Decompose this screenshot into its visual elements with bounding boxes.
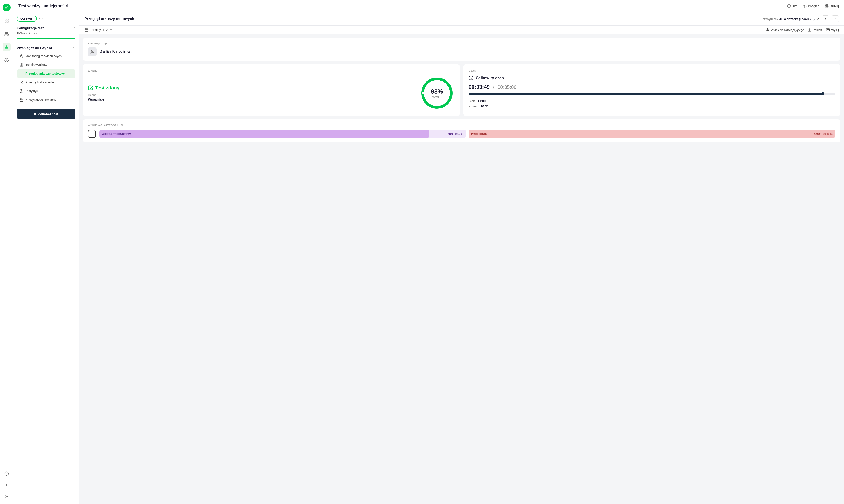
info-icon[interactable] <box>39 17 42 21</box>
app-logo[interactable] <box>3 3 11 12</box>
category-content-wiedza: WIEDZA PRODUKTOWA 90% 9/10 p. <box>99 132 466 136</box>
monitoring-icon <box>19 54 23 58</box>
check-square-icon <box>88 85 93 90</box>
time-start-row: Start 10:00 <box>469 99 835 103</box>
time-slash: / <box>493 84 495 90</box>
category-content-procedury: PROCEDURY 100% 10/10 p. <box>469 132 835 136</box>
start-value: 10:00 <box>478 99 486 103</box>
nav-item-odpowiedzi[interactable]: Przegląd odpowiedzi <box>17 78 75 87</box>
result-status: Test zdany <box>95 85 120 91</box>
result-inner: Test zdany Ocena Wspaniale <box>88 75 454 111</box>
nav-item-przeglad[interactable]: Przegląd arkuszy testowych <box>17 69 75 78</box>
download-label: Pobierz <box>813 28 823 32</box>
time-values: 00:33:49 / 00:35:00 <box>469 84 835 90</box>
category-right-wiedza: 90% 9/10 p. <box>448 132 463 136</box>
preview-button[interactable]: Podgląd <box>803 4 819 8</box>
nav-item-monitoring[interactable]: Monitoring rozwiązujących <box>17 52 75 60</box>
svg-point-35 <box>91 50 93 52</box>
result-passed: Test zdany <box>88 85 120 91</box>
analytics-icon[interactable] <box>3 43 11 51</box>
answers-icon <box>19 80 23 84</box>
category-item-wiedza: WIEDZA PRODUKTOWA 90% 9/10 p. <box>99 130 466 138</box>
info-button[interactable]: Info <box>787 4 797 8</box>
status-badge: AKTYWNY <box>17 16 37 21</box>
time-progress-fill <box>469 93 823 95</box>
category-pts-procedury: 10/10 p. <box>823 132 832 136</box>
dates-value: 1, 2 <box>103 28 108 32</box>
start-label: Start <box>469 99 475 103</box>
nav-item-kody[interactable]: Niewykorzystane kody <box>17 96 75 104</box>
donut-chart: 98% 49/50 p. <box>419 75 454 111</box>
time-total: 00:35:00 <box>498 84 517 90</box>
result-card: WYNIK Test zdany Ocena Wspania <box>83 64 460 116</box>
dashboard-icon[interactable] <box>3 17 11 24</box>
prev-button[interactable] <box>822 15 829 22</box>
dates-selector[interactable]: Terminy 1, 2 <box>84 28 113 32</box>
info-circle-icon <box>787 4 791 8</box>
dates-label: Terminy <box>90 28 101 32</box>
category-pct-wiedza: 90% <box>448 132 453 136</box>
expand-icon[interactable] <box>3 492 11 501</box>
svg-point-32 <box>767 28 769 30</box>
donut-percent: 98% <box>431 88 443 95</box>
time-card: CZAS Całkowity czas 00:33:49 / 00:35:00 <box>463 64 841 116</box>
resolver-name: Julia Nowicka (j.nowick...) <box>779 17 814 21</box>
results-chevron[interactable] <box>72 46 75 50</box>
end-test-label: Zakończ test <box>38 112 58 116</box>
send-icon <box>826 28 830 32</box>
header-actions: Info Podgląd Drukuj <box>787 4 839 8</box>
nav-label-kody: Niewykorzystane kody <box>25 98 56 102</box>
resolver-selector[interactable]: Rozwiązujący Julia Nowicka (j.nowick...) <box>760 17 820 21</box>
next-button[interactable] <box>832 15 839 22</box>
category-name-procedury: PROCEDURY <box>471 133 487 135</box>
back-icon[interactable] <box>3 481 11 489</box>
time-section-label: CZAS <box>469 69 835 72</box>
svg-point-14 <box>804 5 805 6</box>
category-card: WYNIK WG KATEGORII (2) <box>83 120 841 142</box>
solver-info: Julia Nowicka <box>88 48 835 56</box>
category-right-procedury: 100% 10/10 p. <box>814 132 832 136</box>
panel-header-right: Rozwiązujący Julia Nowicka (j.nowick...) <box>760 15 839 22</box>
sidebar-bottom <box>3 470 11 501</box>
solver-view-button[interactable]: Widok dla rozwiązującego <box>766 28 804 32</box>
time-meta: Start 10:00 Koniec 10:34 <box>469 99 835 108</box>
panel-title: Przegląd arkuszy testowych <box>84 17 134 21</box>
result-ocena-label: Ocena <box>88 93 120 97</box>
toolbar-actions: Widok dla rozwiązującego Pobierz Wy <box>766 28 839 32</box>
time-progress-bar <box>469 93 835 95</box>
donut-points: 49/50 p. <box>431 95 443 98</box>
nav-item-statystyki[interactable]: Statystyki <box>17 87 75 95</box>
users-icon[interactable] <box>3 30 11 38</box>
donut-center: 98% 49/50 p. <box>431 88 443 98</box>
right-panel: Przegląd arkuszy testowych Rozwiązujący … <box>79 12 844 504</box>
stats-icon <box>19 89 23 93</box>
svg-rect-2 <box>5 21 6 22</box>
end-value: 10:34 <box>481 105 488 108</box>
main-wrapper: Test wiedzy i umiejętności Info Podgląd <box>13 0 844 504</box>
help-icon[interactable] <box>3 470 11 478</box>
print-button[interactable]: Drukuj <box>825 4 839 8</box>
end-label: Koniec <box>469 105 478 108</box>
end-test-button[interactable]: Zakończ test <box>17 109 75 119</box>
sub-toolbar: Terminy 1, 2 Widok dla rozwiązującego <box>79 26 844 34</box>
solver-card: ROZWIĄZUJĄCY Julia Nowicka <box>83 38 841 60</box>
time-end-row: Koniec 10:34 <box>469 105 835 108</box>
cards-row: WYNIK Test zdany Ocena Wspania <box>83 64 841 116</box>
time-elapsed: 00:33:49 <box>469 84 490 90</box>
svg-rect-3 <box>7 21 8 22</box>
dates-chevron-icon <box>109 28 113 31</box>
settings-icon[interactable] <box>3 56 11 64</box>
eye-icon <box>803 4 807 8</box>
download-button[interactable]: Pobierz <box>808 28 823 32</box>
printer-icon <box>825 4 829 8</box>
solver-name: Julia Nowicka <box>100 49 132 55</box>
send-button[interactable]: Wyślij <box>826 28 839 32</box>
content-layout: AKTYWNY Konfiguracja testu 100% ukończon… <box>13 12 844 504</box>
nav-item-tabela[interactable]: Tabela wyników <box>17 60 75 69</box>
page-title: Test wiedzy i umiejętności <box>18 4 68 8</box>
config-chevron[interactable] <box>72 26 75 30</box>
top-header: Test wiedzy i umiejętności Info Podgląd <box>13 0 844 12</box>
result-ocena-value: Wspaniale <box>88 97 120 101</box>
avatar-icon <box>90 49 95 54</box>
svg-point-4 <box>5 32 7 34</box>
